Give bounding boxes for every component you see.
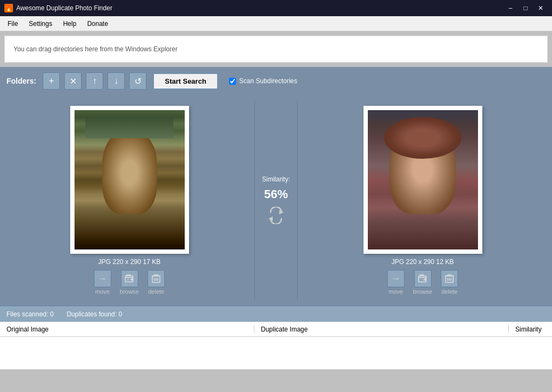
- left-move-button[interactable]: → move: [94, 270, 111, 295]
- similarity-label: Similarity:: [262, 175, 290, 183]
- scan-subdirs-label: Scan Subdirectories: [229, 77, 297, 85]
- menu-settings[interactable]: Settings: [23, 18, 57, 30]
- menu-bar: File Settings Help Donate: [0, 16, 552, 31]
- column-similarity: Similarity: [509, 326, 552, 333]
- results-table-header: Original Image Duplicate Image Similarit…: [0, 322, 552, 337]
- results-table-body: [0, 337, 552, 369]
- comparison-area: JPG 220 x 290 17 KB → move bro: [0, 95, 552, 306]
- down-arrow-icon: ↓: [114, 76, 118, 86]
- refresh-icon: ↺: [134, 76, 142, 86]
- left-delete-label: delete: [148, 288, 164, 295]
- right-image: [368, 110, 478, 249]
- right-image-actions: → move browse: [387, 270, 458, 295]
- right-browse-label: browse: [413, 288, 432, 295]
- app-title: Awesome Duplicate Photo Finder: [16, 4, 112, 12]
- column-original-image: Original Image: [0, 326, 254, 333]
- move-right-icon: →: [387, 270, 405, 287]
- add-folder-button[interactable]: +: [43, 72, 60, 90]
- swap-button[interactable]: [266, 206, 286, 225]
- drop-zone[interactable]: You can drag directories here from the W…: [4, 36, 548, 63]
- left-image-panel: JPG 220 x 290 17 KB → move bro: [4, 99, 254, 301]
- drop-zone-text: You can drag directories here from the W…: [14, 45, 178, 53]
- right-image-info: JPG 220 x 290 12 KB: [392, 258, 454, 266]
- right-move-label: move: [388, 288, 403, 295]
- maximize-button[interactable]: □: [519, 3, 533, 13]
- window-controls: – □ ✕: [503, 3, 548, 13]
- right-delete-button[interactable]: delete: [441, 270, 458, 295]
- menu-file[interactable]: File: [2, 18, 23, 30]
- right-move-button[interactable]: → move: [387, 270, 405, 295]
- up-arrow-icon: ↑: [92, 76, 97, 86]
- right-delete-label: delete: [441, 288, 457, 295]
- left-image: [75, 110, 185, 249]
- scan-subdirs-text: Scan Subdirectories: [239, 77, 297, 85]
- similarity-panel: Similarity: 56%: [254, 99, 298, 301]
- right-image-frame: [363, 106, 482, 254]
- browse-icon: [121, 270, 138, 287]
- left-delete-button[interactable]: delete: [147, 270, 165, 295]
- duplicates-found: Duplicates found: 0: [66, 310, 122, 318]
- menu-help[interactable]: Help: [58, 18, 82, 30]
- similarity-value: 56%: [264, 187, 288, 201]
- app-icon: 🔥: [4, 4, 13, 12]
- remove-icon: ✕: [70, 76, 77, 86]
- column-duplicate-image: Duplicate Image: [254, 326, 509, 333]
- move-down-button[interactable]: ↓: [107, 72, 125, 90]
- add-icon: +: [49, 76, 54, 86]
- status-bar: Files scanned: 0 Duplicates found: 0: [0, 306, 552, 322]
- refresh-button[interactable]: ↺: [129, 72, 146, 90]
- left-image-frame: [70, 106, 189, 254]
- title-bar: 🔥 Awesome Duplicate Photo Finder – □ ✕: [0, 0, 552, 16]
- left-browse-button[interactable]: browse: [120, 270, 139, 295]
- scan-subdirs-checkbox[interactable]: [229, 78, 236, 85]
- folders-label: Folders:: [6, 77, 36, 85]
- menu-donate[interactable]: Donate: [82, 18, 113, 30]
- move-icon: →: [94, 270, 111, 287]
- right-image-panel: JPG 220 x 290 12 KB → move browse: [298, 99, 548, 301]
- move-up-button[interactable]: ↑: [86, 72, 103, 90]
- files-scanned: Files scanned: 0: [6, 310, 53, 318]
- toolbar: Folders: + ✕ ↑ ↓ ↺ Start Search Scan Sub…: [0, 67, 552, 95]
- left-move-label: move: [95, 288, 110, 295]
- delete-right-icon: [441, 270, 458, 287]
- minimize-button[interactable]: –: [503, 3, 517, 13]
- left-browse-label: browse: [120, 288, 139, 295]
- browse-right-icon: [414, 270, 432, 287]
- delete-icon: [147, 270, 165, 287]
- left-image-actions: → move browse: [94, 270, 165, 295]
- start-search-button[interactable]: Start Search: [153, 73, 218, 90]
- remove-folder-button[interactable]: ✕: [64, 72, 82, 90]
- left-image-info: JPG 220 x 290 17 KB: [98, 258, 160, 266]
- svg-rect-1: [127, 279, 129, 280]
- right-browse-button[interactable]: browse: [413, 270, 432, 295]
- close-button[interactable]: ✕: [534, 3, 548, 13]
